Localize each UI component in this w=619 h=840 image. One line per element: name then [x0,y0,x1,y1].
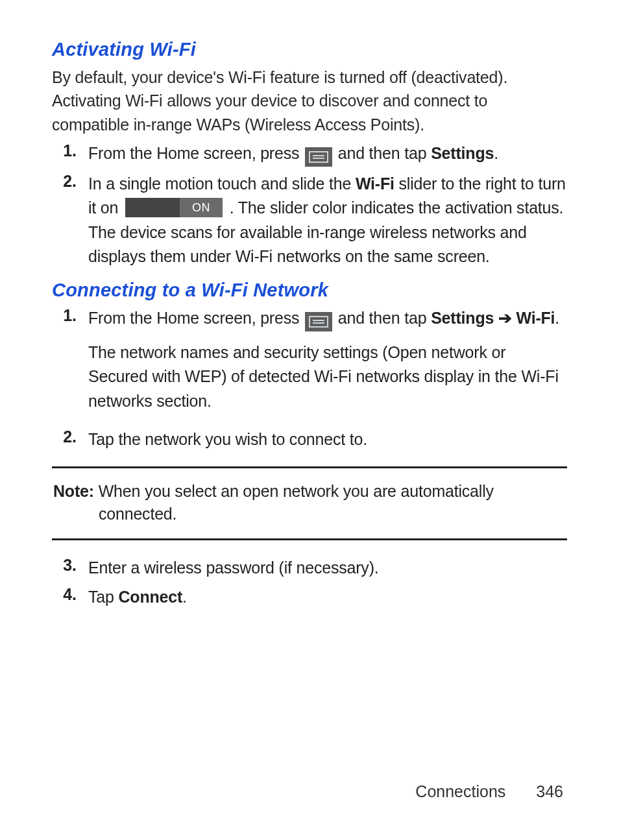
on-slider-icon: ON [125,198,223,217]
step-number: 4. [52,585,88,604]
svg-rect-3 [310,317,328,327]
text-fragment: In a single motion touch and slide the [88,174,356,193]
step-number: 2. [52,427,88,446]
label-connect: Connect [118,588,182,606]
step-number: 3. [52,556,88,575]
step-number: 1. [52,141,88,160]
step-text: Tap the network you wish to connect to. [88,427,367,452]
svg-rect-0 [310,152,328,162]
page-footer: Connections 346 [415,782,563,801]
step-text: Enter a wireless password (if necessary)… [88,556,379,581]
footer-page-number: 346 [536,782,563,800]
step-text: In a single motion touch and slide the W… [88,172,567,269]
step-number: 1. [52,306,88,325]
steps-activating: 1. From the Home screen, press and then … [52,141,567,269]
heading-connecting-wifi: Connecting to a Wi-Fi Network [52,280,567,301]
text-fragment: From the Home screen, press [88,144,304,162]
text-fragment: and then tap [338,144,431,162]
steps-connecting-continued: 3. Enter a wireless password (if necessa… [52,556,567,610]
text-fragment: . [555,309,559,327]
note-text: When you select an open network you are … [94,482,494,523]
note-label: Note: [53,482,94,500]
footer-section: Connections [415,782,505,800]
label-wifi: Wi-Fi [516,309,555,327]
slider-knob [125,198,180,217]
text-fragment: . [494,144,498,162]
label-settings: Settings [431,144,494,162]
slider-label: ON [180,198,223,217]
text-fragment: and then tap [338,309,431,327]
step-text: From the Home screen, press and then tap… [88,141,498,167]
step-text: From the Home screen, press and then tap… [88,306,567,423]
paragraph-intro: By default, your device's Wi-Fi feature … [52,66,567,136]
paragraph-detected-networks: The network names and security settings … [88,341,567,414]
steps-connecting: 1. From the Home screen, press and then … [52,306,567,452]
text-fragment: From the Home screen, press [88,309,304,327]
menu-icon [305,312,332,331]
step-number: 2. [52,172,88,191]
note-block: Note: When you select an open network yo… [52,466,567,540]
menu-icon [305,147,332,167]
arrow-icon: ➔ [494,309,516,327]
label-wifi: Wi-Fi [356,174,394,193]
text-fragment: Tap [88,588,118,606]
heading-activating-wifi: Activating Wi-Fi [52,39,567,60]
step-text: Tap Connect. [88,585,187,610]
label-settings: Settings [431,309,494,327]
text-fragment: . [182,588,187,606]
